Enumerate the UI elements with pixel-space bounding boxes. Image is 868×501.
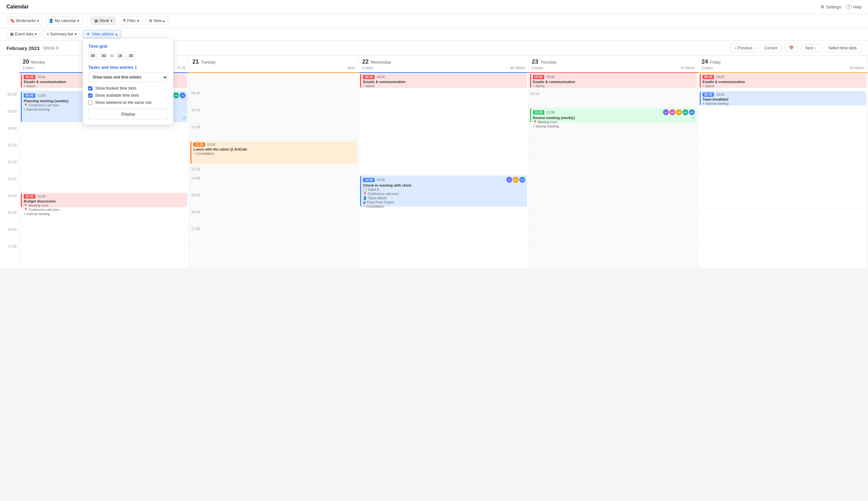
hour-16-mon[interactable] bbox=[20, 210, 189, 227]
hour-9-tue[interactable]: 09:30 bbox=[189, 90, 358, 107]
hour-16-wed[interactable] bbox=[359, 209, 528, 226]
hour-17-wed[interactable] bbox=[359, 226, 528, 243]
display-button[interactable]: Display bbox=[88, 109, 168, 119]
hour-12-mon[interactable] bbox=[20, 142, 189, 159]
hour-13-wed[interactable] bbox=[359, 158, 528, 175]
calendar-icon-button[interactable]: 📅 bbox=[785, 44, 798, 52]
show-available-checkbox[interactable] bbox=[88, 94, 93, 98]
hour-11-mon[interactable] bbox=[20, 125, 189, 142]
settings-button[interactable]: ⚙ Settings bbox=[821, 4, 841, 9]
hour-10-fri[interactable] bbox=[698, 108, 868, 125]
hour-16-fri[interactable] bbox=[698, 209, 868, 226]
time-label-11: 11:00 bbox=[0, 143, 19, 160]
to-hour-select[interactable]: 18 bbox=[116, 52, 124, 60]
hour-12-wed[interactable] bbox=[359, 141, 528, 158]
filter-label: Filter bbox=[127, 19, 136, 23]
to-min-select[interactable]: 00 bbox=[127, 52, 135, 60]
view-label: View bbox=[153, 19, 162, 23]
filter-button[interactable]: ⚗ Filter ▾ bbox=[119, 17, 143, 25]
view-options-button[interactable]: 👁 View options ▴ bbox=[83, 30, 121, 38]
previous-button[interactable]: ‹ Previous bbox=[730, 44, 757, 52]
week-button[interactable]: ▦ Week ▾ bbox=[91, 17, 116, 25]
hour-17-thu[interactable] bbox=[529, 226, 698, 243]
summary-bar-button[interactable]: ≡ Summary bar ▾ bbox=[43, 30, 80, 38]
hour-14-wed[interactable]: 14:00 16:00 JJ JN SS Check-in meeting wi… bbox=[359, 175, 528, 209]
day-name-tue: Tuesday bbox=[201, 60, 216, 65]
hour-14-thu[interactable] bbox=[529, 175, 698, 192]
hour-12-tue[interactable]: 12:00 13:30 Lunch with the client @ ArtC… bbox=[189, 141, 358, 167]
badge9: 10:00 bbox=[533, 110, 545, 115]
hour-11-fri[interactable] bbox=[698, 125, 868, 142]
hour-15-tue[interactable]: 15:00 bbox=[189, 192, 358, 209]
hour-9-wed[interactable] bbox=[359, 90, 528, 107]
hour-14-tue[interactable]: 14:00 bbox=[189, 175, 358, 192]
event-tue-lunch[interactable]: 12:00 13:30 Lunch with the client @ ArtC… bbox=[191, 141, 357, 164]
hour-10-tue[interactable]: 10:00 bbox=[189, 107, 358, 124]
hour-10-wed[interactable] bbox=[359, 107, 528, 124]
current-button[interactable]: Current bbox=[760, 44, 781, 52]
badge11: 09:00 bbox=[703, 93, 714, 97]
hour-15-thu[interactable] bbox=[529, 192, 698, 209]
top-bar-right: ⚙ Settings ? Help bbox=[821, 4, 861, 9]
event-time5: 12:00 13:30 bbox=[193, 142, 355, 147]
show-weekend-checkbox[interactable] bbox=[88, 100, 93, 105]
hour-15-mon[interactable]: 15:00 16:00 Budget discussion 📍 Meeting … bbox=[20, 193, 189, 210]
event-data-icon: ▦ bbox=[10, 32, 14, 36]
bookmarks-button[interactable]: 🔖 Bookmarks ▾ bbox=[7, 17, 43, 25]
hour-8-fri[interactable]: 08:00 09:00 Emails & communication + Adm… bbox=[698, 74, 868, 90]
top-bar-left: Calendar bbox=[7, 4, 29, 10]
my-calendar-button[interactable]: 👤 My calendar ▾ bbox=[45, 17, 83, 25]
hour-10-thu[interactable]: 10:00 11:00 JJ JM JN KH SS Review meetin… bbox=[529, 108, 698, 125]
day-header-thursday: 23Thursday 3 tasks 7h 00min bbox=[529, 56, 698, 73]
hour-13-fri[interactable] bbox=[698, 159, 868, 175]
help-button[interactable]: ? Help bbox=[846, 4, 861, 9]
hour-9-thu[interactable]: 09:00 bbox=[529, 90, 698, 107]
hour-13-thu[interactable] bbox=[529, 159, 698, 175]
event-wed-emails[interactable]: 08:00 09:00 Emails & communication + Adm… bbox=[360, 74, 527, 88]
hour-8-tue[interactable] bbox=[189, 73, 358, 90]
select-time-slots-button[interactable]: Select time slots bbox=[824, 44, 861, 52]
bookmarks-label: Bookmarks bbox=[16, 19, 36, 23]
from-min-select[interactable]: 00 bbox=[99, 52, 108, 60]
show-booked-checkbox[interactable] bbox=[88, 86, 93, 90]
hour-13-mon[interactable] bbox=[20, 159, 189, 175]
hour-16-thu[interactable] bbox=[529, 209, 698, 226]
event-thu-emails[interactable]: 08:00 09:00 Emails & communication + Adm… bbox=[530, 74, 697, 88]
badge: 08:00 bbox=[24, 75, 35, 79]
event-mon-budget[interactable]: 15:00 16:00 Budget discussion 📍 Meeting … bbox=[21, 193, 187, 207]
event-thu-review[interactable]: 10:00 11:00 JJ JM JN KH SS Review meetin… bbox=[530, 108, 697, 122]
hour-17-tue[interactable]: 17:00 bbox=[189, 225, 358, 242]
day-body-thursday: 08:00 09:00 Emails & communication + Adm… bbox=[529, 74, 698, 268]
tasks-dropdown[interactable]: Show tasks and time entries bbox=[88, 72, 168, 82]
day-name-fri: Friday bbox=[710, 60, 721, 65]
thu-tasks: 3 tasks bbox=[532, 66, 543, 70]
hour-17-mon[interactable] bbox=[20, 227, 189, 244]
hour-9-fri[interactable]: 09:00 10:00 Team breakfast + Internal me… bbox=[698, 91, 868, 108]
hour-8-wed[interactable]: 08:00 09:00 Emails & communication + Adm… bbox=[359, 74, 528, 90]
hour-8-thu[interactable]: 08:00 09:00 Emails & communication + Adm… bbox=[529, 74, 698, 90]
hour-14-mon[interactable] bbox=[20, 175, 189, 192]
day-header-friday: 24Friday 3 tasks 5h 45min bbox=[698, 56, 868, 73]
badge8: 08:00 bbox=[533, 75, 545, 79]
chevron-right-icon: › bbox=[815, 46, 816, 50]
from-hour-select[interactable]: 09 bbox=[88, 52, 97, 60]
hour-17-fri[interactable] bbox=[698, 226, 868, 243]
hour-11-tue[interactable]: 11:00 bbox=[189, 124, 358, 140]
hour-14-fri[interactable] bbox=[698, 175, 868, 192]
select-slots-label: Select time slots bbox=[828, 46, 857, 50]
day-col-thursday: 23Thursday 3 tasks 7h 00min 08:00 09:00 … bbox=[529, 56, 698, 268]
hour-16-tue[interactable]: 16:00 bbox=[189, 209, 358, 225]
next-button[interactable]: Next › bbox=[801, 44, 820, 52]
event-wed-checkin[interactable]: 14:00 16:00 JJ JN SS Check-in meeting wi… bbox=[360, 175, 527, 207]
hour-12-fri[interactable] bbox=[698, 142, 868, 159]
hour-12-thu[interactable] bbox=[529, 142, 698, 159]
hour-15-fri[interactable] bbox=[698, 192, 868, 209]
view-button[interactable]: ⊞ View ▴ bbox=[145, 17, 169, 25]
event-fri-emails[interactable]: 08:00 09:00 Emails & communication + Adm… bbox=[699, 74, 866, 88]
hour-11-wed[interactable] bbox=[359, 124, 528, 141]
hour-1330-tue[interactable]: 13:30 bbox=[189, 167, 358, 175]
hour-11-thu[interactable] bbox=[529, 125, 698, 142]
event-fri-breakfast[interactable]: 09:00 10:00 Team breakfast + Internal me… bbox=[699, 91, 866, 105]
event-data-button[interactable]: ▦ Event data ▾ bbox=[7, 30, 40, 38]
mon-time: 7h 25 bbox=[177, 66, 186, 70]
